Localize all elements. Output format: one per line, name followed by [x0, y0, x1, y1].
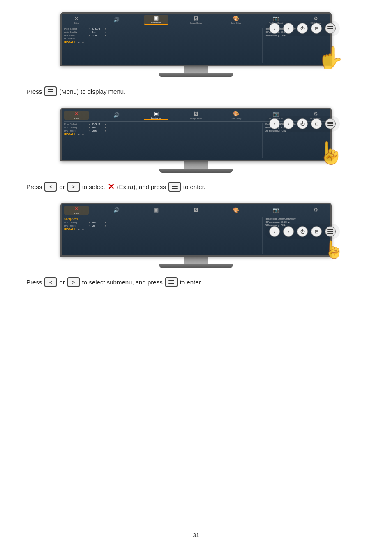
color-tab-icon: 🎨	[233, 16, 239, 21]
osd-tab3-audio: 🔊	[104, 207, 129, 213]
color-tab-label: Color Setup	[231, 22, 241, 24]
osd-tab-luminance: ▣ Luminance	[144, 15, 168, 25]
instr1-suffix: (Menu) to display menu.	[59, 88, 125, 95]
reset-arrow-left: ◄	[88, 34, 91, 37]
monitor-section-2: ✕ Extra 🔊 ▣ Luminance 🖼	[25, 108, 367, 173]
osd-row-auto: Auto Config ◄ No ►	[64, 31, 260, 33]
osd-tab3-lum: ▣	[144, 207, 168, 213]
osd-left-2: Pixel Select ◄ D-SUB ► Auto Config ◄ No	[64, 123, 260, 158]
instr2-press: Press	[26, 183, 42, 190]
remote-btn-menu[interactable]	[325, 23, 336, 34]
osd-tab2-color: 🎨 Color Setup	[224, 111, 248, 120]
remote-btn-input[interactable]: ⊟	[311, 23, 322, 34]
osd-tab-image: 🖼 Image Setup	[184, 16, 208, 24]
instr2-menu-button	[168, 182, 181, 192]
remote-area-1: ‹ › ⏻ ⊟ 👆	[265, 21, 340, 36]
osd2-row-recall: RECALL ◄ ►	[64, 133, 260, 136]
osd2-row-pixel: Pixel Select ◄ D-SUB ►	[64, 123, 260, 125]
instr2-or: or	[59, 183, 65, 190]
remote2-btn-left[interactable]: ‹	[269, 118, 280, 129]
osd-row-pixel: Pixel Select ◄ D-SUB ►	[64, 28, 260, 30]
menu-bars-icon-2	[327, 122, 333, 126]
instr2-chevron-left: <	[44, 182, 57, 192]
monitor-stand-base-1	[159, 73, 233, 77]
instruction-line-2: Press < or > to select ✕ (Extra), and pr…	[25, 182, 367, 192]
instr3-middle: to select submenu, and press	[82, 279, 163, 286]
recall-arrows: ◄ ►	[77, 41, 84, 44]
monitor-wrapper-1: ✕ Extra 🔊 ▣ Luminance	[52, 12, 340, 77]
audio-tab-icon: 🔊	[113, 17, 120, 23]
monitor-stand-neck-3	[184, 257, 208, 264]
remote2-btn-menu[interactable]	[325, 118, 336, 129]
instr3-chevron-left: <	[44, 277, 57, 287]
auto-arrow-right: ►	[104, 31, 107, 33]
osd-row-hpos: H.Position	[64, 37, 260, 40]
osd-left-3: Sharpness Auto Config ◄ No ►	[64, 217, 260, 254]
p2-pixel-label: Pixel Select	[64, 123, 87, 125]
osd-row-reset: D/V Reset ◄ 256 ►	[64, 34, 260, 37]
monitor-stand-neck-2	[184, 161, 208, 169]
osd-tab3-extra: ✕ Extra	[64, 206, 89, 215]
osd-row-recall: RECALL ◄ ►	[64, 41, 260, 44]
remote-buttons-2: ‹ › ⏻ ⊟	[265, 116, 340, 132]
osd-tab2-lum: ▣ Luminance	[144, 111, 168, 120]
remote-btn-right[interactable]: ›	[283, 23, 294, 34]
reset-arrow-right: ►	[104, 34, 107, 37]
instr2-extra-desc: (Extra), and press	[117, 183, 166, 190]
remote3-btn-power[interactable]: ⏻	[297, 226, 308, 237]
menu-bar-1	[327, 26, 333, 27]
remote-buttons-1: ‹ › ⏻ ⊟	[265, 21, 340, 36]
instr3-press: Press	[26, 279, 42, 286]
extra2-icon: ✕	[74, 111, 78, 117]
instr2-suffix: to enter.	[183, 183, 205, 190]
instr2-chevron-right: >	[67, 182, 80, 192]
remote3-btn-input[interactable]: ⊟	[311, 226, 322, 237]
remote3-btn-right[interactable]: ›	[283, 226, 294, 237]
instr1-bar2	[48, 91, 53, 92]
color3-icon: 🎨	[233, 207, 239, 213]
osd3-row-1: Sharpness	[64, 217, 260, 220]
audio2-icon: 🔊	[113, 112, 120, 118]
menu-bars-icon	[327, 26, 333, 30]
monitor-wrapper-2: ✕ Extra 🔊 ▣ Luminance 🖼	[52, 108, 340, 173]
instr3-menu-bars	[168, 280, 174, 284]
page-number: 31	[25, 520, 367, 539]
lum2-label: Luminance	[151, 117, 161, 119]
lum3-icon: ▣	[154, 207, 159, 213]
remote2-btn-power[interactable]: ⏻	[297, 118, 308, 129]
osd-tab2-image: 🖼 Image Setup	[184, 111, 208, 120]
section-3: ✕ Extra 🔊 ▣ 🖼	[25, 203, 367, 298]
remote3-btn-left[interactable]: ‹	[269, 226, 280, 237]
instr1-menu-bars	[48, 89, 53, 93]
remote3-btn-menu[interactable]	[325, 226, 336, 237]
instr1-press: Press	[26, 88, 42, 95]
monitor-stand-base-3	[159, 264, 233, 268]
osd-tab3-image: 🖼	[184, 207, 208, 213]
menu-bar-3	[327, 30, 333, 30]
osd3-row-auto: Auto Config ◄ No ►	[64, 221, 260, 224]
remote2-btn-right[interactable]: ›	[283, 118, 294, 129]
pixel-value: D-SUB	[92, 28, 103, 30]
osd-tab3-pic: 📷	[263, 207, 288, 213]
extra-tab-label: Extra	[74, 22, 79, 24]
color2-icon: 🎨	[233, 111, 239, 117]
image-tab-icon: 🖼	[194, 16, 198, 21]
hand-pointer-1: 👆	[317, 45, 344, 70]
instr3-or: or	[59, 279, 65, 286]
instr2-menu-bars	[172, 185, 178, 189]
remote-btn-power[interactable]: ⏻	[297, 23, 308, 34]
image2-icon: 🖼	[194, 111, 198, 117]
remote2-btn-input[interactable]: ⊟	[311, 118, 322, 129]
osd-tab2-extra: ✕ Extra	[64, 111, 89, 120]
remote-buttons-3: ‹ › ⏻ ⊟	[265, 224, 340, 239]
osd2-row-auto: Auto Config ◄ No ►	[64, 126, 260, 129]
monitor-section-3: ✕ Extra 🔊 ▣ 🖼	[25, 203, 367, 268]
lum2-icon: ▣	[154, 111, 159, 116]
hpos-label: H.Position	[64, 37, 87, 40]
osd3-icon: ⚙	[314, 207, 318, 213]
section-1: ✕ Extra 🔊 ▣ Luminance	[25, 12, 367, 108]
luminance-tab-label: Luminance	[151, 21, 161, 24]
remote-btn-left[interactable]: ‹	[269, 23, 280, 34]
section-2: ✕ Extra 🔊 ▣ Luminance 🖼	[25, 108, 367, 203]
extra3-label: Extra	[74, 212, 79, 215]
